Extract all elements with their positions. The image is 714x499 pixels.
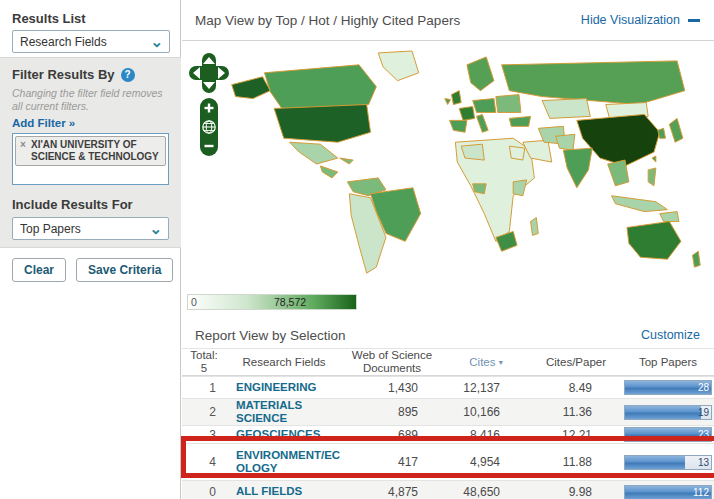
region-southeast-asia [608,160,629,186]
results-list-label: Results List [12,11,86,26]
country-mexico [290,142,338,164]
country-india [563,148,592,188]
table-row-environment-ecology: 4 ENVIRONMENT/ECOLOGY 417 4,954 11.88 13 [182,443,714,480]
remove-filter-icon[interactable]: × [20,139,26,151]
results-list-value: Research Fields [20,35,107,49]
country-algeria [461,144,484,160]
map-visualization: 0 78,572 [182,41,714,322]
region-iberia [450,120,467,132]
country-france [459,107,474,121]
top-papers-bar: 28 [624,380,712,395]
filter-tag: × XI'AN UNIVERSITY OF SCIENCE & TECHNOLO… [15,136,166,166]
main-panel: Map View by Top / Hot / Highly Cited Pap… [182,0,714,499]
add-filter-link[interactable]: Add Filter » [12,117,75,129]
legend-max: 78,572 [274,296,306,308]
region-indonesia-east [660,212,679,222]
top-papers-bar: 23 [624,427,712,442]
map-view-title: Map View by Top / Hot / Highly Cited Pap… [195,13,460,28]
save-criteria-button[interactable]: Save Criteria [76,258,173,282]
region-pakistan-afghanistan [556,134,575,150]
column-header-top-papers: Top Papers [622,356,714,369]
world-map[interactable] [224,47,706,285]
field-link[interactable]: ALL FIELDS [226,485,342,498]
country-usa [274,105,370,143]
chevron-down-icon: ⌄ [149,224,168,234]
table-row-materials-science: 2 MATERIALS SCIENCE 895 10,166 11.36 19 [182,398,714,425]
results-list-select[interactable]: Research Fields ⌄ [12,30,170,53]
country-egypt [509,146,524,160]
sort-down-icon: ▾ [499,358,503,367]
top-papers-bar: 13 [624,455,712,470]
minus-icon [688,19,700,22]
chevron-down-icon: ⌄ [150,37,169,47]
field-link[interactable]: ENVIRONMENT/ECOLOGY [226,449,342,475]
include-results-select[interactable]: Top Papers ⌄ [12,217,169,240]
country-turkey [509,116,530,126]
country-indonesia [612,196,668,212]
clear-button[interactable]: Clear [12,258,66,282]
table-header-row: Total: 5 Research Fields Web of Science … [182,349,714,376]
country-greenland [378,51,418,81]
map-legend: 0 78,572 [187,294,357,310]
table-row-all-fields: 0 ALL FIELDS 4,875 48,650 9.98 112 [182,480,714,499]
table-row-engineering: 1 ENGINEERING 1,430 12,137 8.49 28 [182,376,714,398]
column-header-cites-per-paper: Cites/Paper [530,356,622,369]
map-zoom-control[interactable] [200,98,218,156]
country-madagascar [531,218,539,236]
filter-panel: Filter Results By ? Changing the filter … [0,57,181,248]
country-south-korea [658,128,666,138]
map-view-header: Map View by Top / Hot / Highly Cited Pap… [182,0,714,41]
region-caribbean [340,158,353,164]
country-new-zealand [693,251,701,267]
report-view-title: Report View by Selection [195,328,346,343]
help-icon[interactable]: ? [121,68,135,82]
report-view-header: Report View by Selection Customize [182,322,714,349]
field-link[interactable]: MATERIALS SCIENCE [226,399,342,425]
filter-list-box[interactable]: × XI'AN UNIVERSITY OF SCIENCE & TECHNOLO… [12,133,169,185]
country-russia [502,61,685,105]
include-results-value: Top Papers [20,222,81,236]
customize-link[interactable]: Customize [641,328,700,342]
country-philippines [648,168,656,186]
map-pan-control[interactable] [189,53,229,93]
table-row-geosciences: 3 GEOSCIENCES 689 8,416 12.21 23 [182,425,714,443]
country-japan [669,118,682,142]
country-italy [477,114,489,132]
hide-visualization-link[interactable]: Hide Visualization [581,13,700,27]
field-link[interactable]: ENGINEERING [226,381,342,394]
include-results-label: Include Results For [12,197,169,212]
country-ireland [445,99,451,105]
region-central-america [320,166,337,178]
country-taiwan [652,156,656,162]
esi-app: Results List Research Fields ⌄ Filter Re… [0,0,714,499]
column-header-research-fields: Research Fields [226,356,342,369]
sidebar: Results List Research Fields ⌄ Filter Re… [0,0,181,499]
filter-results-by-label: Filter Results By [12,67,115,82]
field-link[interactable]: GEOSCIENCES [226,428,342,441]
country-uk [452,91,462,105]
country-canada [264,65,376,109]
region-east-africa [513,180,526,196]
country-australia [627,222,681,260]
column-header-documents: Web of Science Documents [342,349,442,374]
country-kazakhstan [542,99,590,119]
country-alaska [232,77,271,99]
region-west-africa [473,184,486,194]
top-papers-bar: 19 [624,405,712,420]
results-table: Total: 5 Research Fields Web of Science … [182,349,714,499]
region-scandinavia [467,57,494,91]
region-central-europe [473,99,496,113]
filter-tag-label: XI'AN UNIVERSITY OF SCIENCE & TECHNOLOGY [31,139,159,162]
column-header-cites-sort[interactable]: Cites ▾ [442,356,530,369]
region-eastern-europe [496,95,521,113]
legend-min: 0 [191,296,197,308]
total-count: Total: 5 [182,349,226,374]
filter-note: Changing the filter field removes all cu… [12,87,169,113]
top-papers-bar: 112 [624,485,712,499]
